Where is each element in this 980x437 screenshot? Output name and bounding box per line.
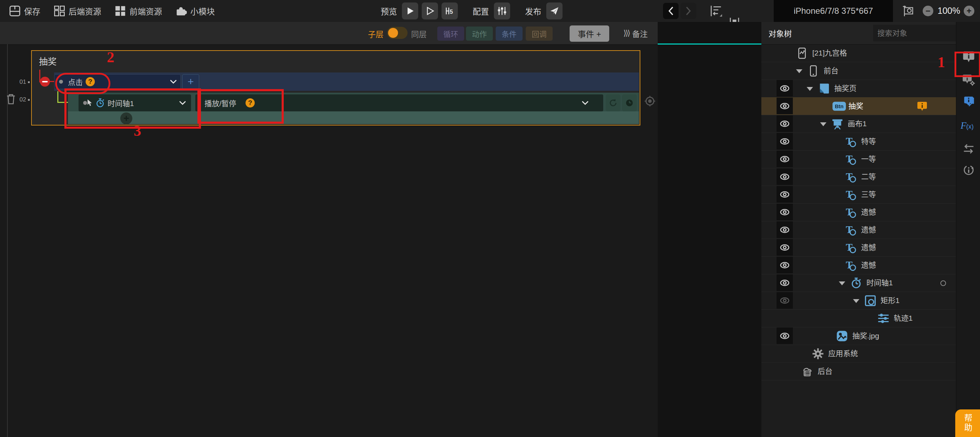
config-button[interactable] <box>494 3 510 19</box>
publish-button[interactable] <box>546 3 563 19</box>
save-button[interactable]: 保存 <box>9 5 40 17</box>
tree-row-7[interactable]: T二等 <box>761 168 956 186</box>
add-event-button[interactable]: 事件 + <box>570 25 609 42</box>
align-tool-button[interactable] <box>710 5 722 17</box>
visibility-eye-icon[interactable] <box>776 327 793 344</box>
trash-icon[interactable] <box>6 93 16 105</box>
action-button[interactable]: 动作 <box>466 27 493 41</box>
tree-row-3[interactable]: Btn抽奖 <box>761 97 956 115</box>
note-button[interactable]: ⟩⟩⟩ 备注 <box>624 28 648 39</box>
expand-arrow-icon[interactable] <box>807 87 813 91</box>
fx-icon[interactable]: F(x) <box>961 119 977 132</box>
chevron-down-icon[interactable] <box>170 79 177 84</box>
tree-row-11[interactable]: T遗憾 <box>761 238 956 257</box>
backend-cloud-icon <box>801 365 813 377</box>
visibility-eye-icon[interactable] <box>776 239 793 256</box>
tree-row-9[interactable]: T遗憾 <box>761 203 956 221</box>
add-action-button[interactable]: + <box>182 74 199 89</box>
preview-h5-button[interactable]: 5 <box>442 3 458 19</box>
tree-row-6[interactable]: T一等 <box>761 150 956 168</box>
tree-row-8[interactable]: T三等 <box>761 186 956 203</box>
visibility-eye-icon[interactable] <box>776 151 793 167</box>
module-puzzle-icon <box>175 5 187 17</box>
visibility-eye-icon[interactable] <box>776 186 793 203</box>
tree-item-label: 三等 <box>861 186 876 203</box>
visibility-eye-icon[interactable] <box>776 203 793 220</box>
tree-item-label: 后台 <box>818 362 832 380</box>
visibility-eye-icon[interactable] <box>776 221 793 238</box>
swap-icon[interactable] <box>963 143 975 155</box>
publish-label: 发布 <box>525 5 541 17</box>
app-window: 保存 后端资源 前端资源 小模块 预览 5 配置 发布 <box>0 0 980 437</box>
annotation-rect-action <box>197 89 284 124</box>
tree-item-label: 时间轴1 <box>866 274 893 292</box>
visibility-eye-icon[interactable] <box>776 292 793 309</box>
target-icon[interactable] <box>644 95 656 107</box>
info-bubble-icon[interactable] <box>917 101 927 111</box>
tree-row-16[interactable]: 抽奖.jpg <box>761 327 956 345</box>
tree-row-15[interactable]: 轨迹1 <box>761 309 956 327</box>
visibility-eye-icon[interactable] <box>776 257 793 273</box>
visibility-eye-icon[interactable] <box>776 274 793 291</box>
tree-row-0[interactable]: [21]九宫格 <box>761 44 956 62</box>
visibility-eye-icon[interactable] <box>776 168 793 185</box>
expand-arrow-icon[interactable] <box>796 69 802 73</box>
zoom-level: 100% <box>937 6 960 16</box>
callback-button[interactable]: 回调 <box>526 27 553 41</box>
object-refresh-icon[interactable] <box>963 164 975 176</box>
expand-arrow-icon[interactable] <box>820 122 826 126</box>
visibility-eye-icon[interactable] <box>776 115 793 132</box>
remove-row-button[interactable] <box>40 77 50 87</box>
phone-icon <box>807 65 819 77</box>
tree-row-1[interactable]: 前台 <box>761 62 956 80</box>
annotation-rect-step3 <box>64 88 201 129</box>
modules-button[interactable]: 小模块 <box>175 5 215 17</box>
visibility-eye-icon[interactable] <box>776 80 793 97</box>
loop-button[interactable]: 循环 <box>437 27 464 41</box>
tree-row-2[interactable]: 抽奖页 <box>761 79 956 98</box>
preview-label: 预览 <box>381 5 397 17</box>
visibility-eye-icon[interactable] <box>776 98 793 114</box>
frontend-resources-button[interactable]: 前端资源 <box>115 5 162 17</box>
snapshot-icon[interactable] <box>902 5 914 17</box>
condition-button[interactable]: 条件 <box>496 27 523 41</box>
tree-row-17[interactable]: 应用系统 <box>761 345 956 363</box>
object-events-icon[interactable] <box>963 95 975 108</box>
svg-text:(x): (x) <box>966 123 974 130</box>
tree-row-18[interactable]: 后台 <box>761 362 956 380</box>
redo-button[interactable] <box>681 3 696 19</box>
device-selector[interactable]: iPhone6/7/8 375*667 <box>774 0 893 22</box>
tree-item-label: 抽奖 <box>848 97 863 115</box>
tree-row-13[interactable]: 时间轴1 <box>761 274 956 292</box>
object-tree-panel: 对象树 [21]九宫格前台抽奖页Btn抽奖画布1T特等T一等T二等T三等T遗憾T… <box>761 22 980 437</box>
preview-play-outline-button[interactable] <box>422 3 438 19</box>
timeline-state-dot <box>940 280 946 286</box>
note-label: 备注 <box>632 28 648 39</box>
layer-mode-toggle[interactable] <box>387 27 407 39</box>
page-icon <box>818 83 830 94</box>
play-outline-icon <box>425 6 434 16</box>
tree-row-5[interactable]: T特等 <box>761 133 956 151</box>
backend-resources-button[interactable]: 后端资源 <box>54 5 101 17</box>
preview-play-button[interactable] <box>402 3 418 19</box>
tree-row-12[interactable]: T遗憾 <box>761 256 956 274</box>
chevron-down-icon[interactable] <box>582 101 589 105</box>
undo-button[interactable] <box>663 3 679 19</box>
event-row-number: 02 <box>18 96 30 103</box>
tree-item-label: 遗憾 <box>861 221 876 238</box>
h5-icon: 5 <box>445 6 454 16</box>
loop-option-button[interactable] <box>606 94 620 111</box>
tree-item-label: 遗憾 <box>861 238 876 256</box>
help-button[interactable]: 帮助 <box>955 409 980 437</box>
text-icon: T <box>845 207 857 218</box>
zoom-in-button[interactable]: + <box>964 6 974 16</box>
tree-row-10[interactable]: T遗憾 <box>761 221 956 239</box>
tree-row-14[interactable]: 矩形1 <box>761 292 956 310</box>
visibility-eye-icon[interactable] <box>776 133 793 149</box>
expand-arrow-icon[interactable] <box>853 299 859 303</box>
text-icon: T <box>845 153 857 165</box>
zoom-out-button[interactable]: − <box>923 6 933 16</box>
tree-row-4[interactable]: 画布1 <box>761 115 956 133</box>
expand-arrow-icon[interactable] <box>839 281 845 285</box>
delay-option-button[interactable] <box>622 94 637 111</box>
